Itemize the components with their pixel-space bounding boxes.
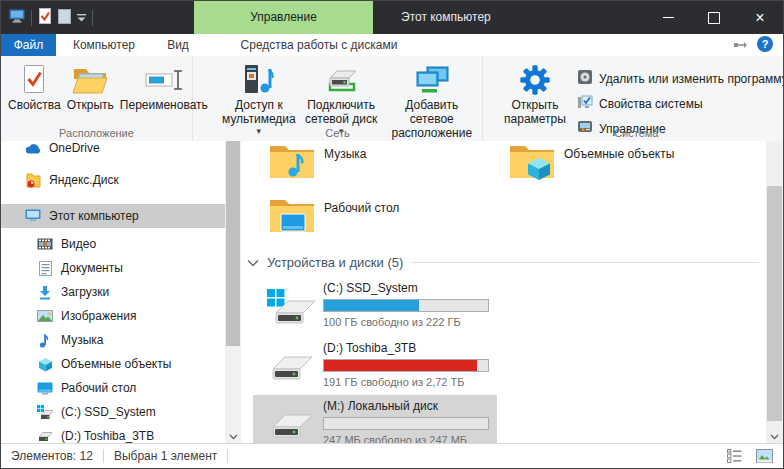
capacity-bar	[323, 299, 489, 312]
large-icons-view-button[interactable]	[753, 446, 775, 466]
cube-icon	[37, 356, 53, 372]
chevron-down-icon[interactable]	[247, 259, 259, 267]
explorer-window: Управление Этот компьютер × Файл Компьют…	[0, 0, 784, 469]
sidebar-scrollbar[interactable]	[225, 141, 241, 443]
section-header-devices[interactable]: Устройства и диски (5)	[247, 255, 759, 270]
network-drive-icon	[323, 62, 359, 98]
sidebar-item-documents[interactable]: Документы	[1, 256, 225, 280]
drive-c-icon	[267, 289, 317, 329]
sidebar-item-this-pc[interactable]: Этот компьютер	[1, 204, 225, 228]
folder-desktop-icon	[269, 195, 315, 235]
uninstall-icon	[577, 69, 593, 88]
ribbon-group-network: Доступ к мультимедиа ▾ Подключить сетево…	[193, 56, 483, 141]
section-rule	[411, 262, 759, 263]
rename-icon	[145, 62, 183, 98]
sidebar-item-yandex-disk[interactable]: Яндекс.Диск	[1, 168, 225, 192]
folder-tile-3d-objects[interactable]: Объемные объекты	[509, 141, 739, 193]
videos-icon	[37, 236, 53, 252]
button-label: Открыть	[67, 98, 114, 112]
qat-separator	[31, 10, 32, 26]
section-title: Устройства и диски (5)	[267, 255, 403, 270]
settings-gear-icon	[519, 62, 551, 98]
properties-button[interactable]: Свойства	[5, 60, 64, 114]
tab-computer[interactable]: Компьютер	[56, 34, 152, 56]
main-scroll-down-icon[interactable]	[766, 434, 783, 440]
title-bar: Управление Этот компьютер ×	[1, 1, 783, 34]
open-folder-icon	[72, 62, 108, 98]
drive-tile-c[interactable]: (C:) SSD_System 100 ГБ свободно из 222 Г…	[253, 277, 497, 335]
drive-tile-d[interactable]: (D:) Toshiba_3TB 191 ГБ свободно из 2,72…	[253, 337, 497, 395]
network-location-icon	[414, 62, 450, 98]
drive-d-icon	[267, 349, 317, 389]
ribbon: Свойства Открыть Переименовать Расположе…	[1, 56, 783, 142]
maximize-button[interactable]	[691, 1, 737, 34]
open-button[interactable]: Открыть	[64, 60, 117, 114]
button-label: Свойства системы	[599, 97, 703, 111]
sidebar-item-label: Видео	[61, 237, 96, 251]
capacity-bar-fill	[324, 360, 477, 371]
file-list-area: Музыка Объемные объекты Рабочий стол Уст…	[241, 141, 783, 443]
items-count: Элементов: 12	[11, 449, 93, 463]
drive-free-space: 100 ГБ свободно из 222 ГБ	[323, 316, 489, 328]
drive-name: (M:) Локальный диск	[323, 399, 489, 413]
svg-text:?: ?	[762, 38, 769, 50]
minimize-icon	[663, 17, 674, 18]
main-scrollbar[interactable]	[766, 141, 783, 443]
ribbon-group-system: Открыть параметры Удалить или изменить п…	[483, 56, 784, 141]
tab-view[interactable]: Вид	[152, 34, 204, 56]
sidebar-item-drive-d[interactable]: (D:) Toshiba_3TB	[1, 424, 225, 443]
close-icon: ×	[755, 10, 764, 26]
sidebar-item-label: Объемные объекты	[61, 357, 171, 371]
sidebar-item-music[interactable]: Музыка	[1, 328, 225, 352]
button-label: Подключить сетевой диск	[302, 98, 381, 126]
details-view-button[interactable]	[723, 446, 745, 466]
folder-name: Рабочий стол	[324, 195, 399, 247]
onedrive-icon	[25, 141, 41, 156]
capacity-bar	[323, 417, 489, 430]
quick-access-toolbar	[9, 1, 93, 34]
this-pc-icon	[25, 208, 41, 224]
qat-separator-2	[92, 10, 93, 26]
qat-new-folder-button[interactable]	[58, 9, 71, 27]
contextual-tab-manage[interactable]: Управление	[194, 1, 373, 34]
sidebar-item-onedrive[interactable]: OneDrive	[1, 141, 225, 160]
tab-file[interactable]: Файл	[1, 34, 56, 56]
sidebar-scroll-down-icon[interactable]	[225, 434, 241, 440]
sidebar-item-desktop[interactable]: Рабочий стол	[1, 376, 225, 400]
downloads-icon	[37, 284, 53, 300]
sidebar-item-videos[interactable]: Видео	[1, 232, 225, 256]
drive-d-icon	[37, 428, 53, 443]
this-pc-icon	[9, 9, 25, 26]
media-server-icon	[242, 62, 276, 98]
main-scrollbar-thumb[interactable]	[767, 186, 782, 421]
help-icon[interactable]: ?	[757, 36, 773, 55]
group-label-location: Расположение	[1, 127, 192, 139]
minimize-button[interactable]	[645, 1, 691, 34]
selection-count: Выбран 1 элемент	[114, 449, 217, 463]
folder-tile-music[interactable]: Музыка	[269, 141, 499, 193]
sidebar-item-label: Музыка	[61, 333, 103, 347]
sidebar-item-label: Этот компьютер	[49, 209, 139, 223]
button-label: Открыть параметры	[496, 98, 574, 126]
qat-properties-button[interactable]	[38, 8, 52, 27]
sidebar-item-label: Загрузки	[61, 285, 109, 299]
sidebar-item-3d-objects[interactable]: Объемные объекты	[1, 352, 225, 376]
system-properties-button[interactable]: Свойства системы	[577, 91, 784, 116]
capacity-bar	[323, 359, 489, 372]
qat-customize-dropdown[interactable]	[77, 11, 86, 25]
drive-free-space: 191 ГБ свободно из 2,72 ТБ	[323, 376, 489, 388]
sidebar-scrollbar-thumb[interactable]	[226, 141, 240, 346]
sidebar-item-downloads[interactable]: Загрузки	[1, 280, 225, 304]
folder-tile-desktop[interactable]: Рабочий стол	[269, 195, 499, 247]
music-icon	[37, 332, 53, 348]
uninstall-program-button[interactable]: Удалить или изменить программу	[577, 66, 784, 91]
sidebar-item-drive-c[interactable]: (C:) SSD_System	[1, 400, 225, 424]
pin-ribbon-icon[interactable]	[734, 38, 747, 52]
drive-name: (C:) SSD_System	[323, 281, 489, 295]
tab-drive-tools[interactable]: Средства работы с дисками	[234, 34, 404, 56]
sidebar-item-pictures[interactable]: Изображения	[1, 304, 225, 328]
close-button[interactable]: ×	[737, 1, 783, 34]
sidebar-item-label: Рабочий стол	[61, 381, 136, 395]
open-settings-button[interactable]: Открыть параметры	[493, 60, 577, 128]
drive-c-icon	[37, 404, 53, 420]
